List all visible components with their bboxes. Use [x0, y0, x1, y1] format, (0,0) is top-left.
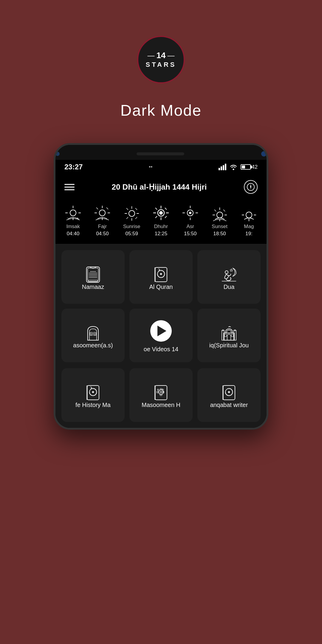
compass-button[interactable]: [244, 180, 258, 194]
svg-point-55: [246, 212, 252, 218]
app-logo: — 14 — STARS: [137, 36, 185, 83]
status-icons: 42: [219, 164, 258, 170]
svg-line-38: [165, 208, 167, 210]
prayer-name-imsak: Imsak: [66, 224, 80, 230]
svg-point-70: [160, 273, 162, 275]
prayer-item-sunrise: Sunrise 05:59: [117, 205, 146, 237]
manqabat-icon: [220, 384, 238, 402]
svg-line-22: [106, 208, 108, 209]
prayer-item-dhuhr: Dhuhr 12:25: [146, 205, 176, 237]
grid-label-quran: Al Quran: [149, 284, 173, 290]
status-bar: 23:27 •• 42: [55, 160, 267, 174]
svg-point-9: [70, 210, 76, 216]
prayer-time-sunrise: 05:59: [125, 231, 138, 237]
masoomeen-h-icon: [152, 384, 170, 402]
prayer-time-dhuhr: 12:25: [155, 231, 168, 237]
svg-rect-89: [160, 388, 162, 390]
svg-rect-0: [219, 168, 220, 170]
prayer-name-asr: Asr: [187, 224, 194, 230]
main-grid: Namaaz Al Quran: [55, 244, 267, 368]
svg-rect-90: [160, 394, 162, 396]
svg-point-4: [233, 169, 234, 170]
play-button[interactable]: [150, 320, 172, 342]
grid-item-life-history[interactable]: fe History Ma: [61, 368, 125, 422]
svg-marker-71: [230, 269, 233, 272]
imsak-icon: [64, 205, 82, 222]
logo-stars-text: STARS: [146, 61, 177, 69]
status-time: 23:27: [64, 163, 83, 171]
grid-item-quran[interactable]: Al Quran: [129, 250, 193, 304]
grid-label-masoomeen: asoomeen(a.s): [73, 342, 113, 349]
prayer-time-fajr: 04:50: [96, 231, 109, 237]
prayer-name-fajr: Fajr: [98, 224, 107, 230]
svg-line-40: [165, 216, 167, 218]
signal-icon: [219, 164, 226, 170]
grid-item-videos[interactable]: oe Videos 14: [129, 309, 193, 362]
grid-item-namaaz[interactable]: Namaaz: [61, 250, 125, 304]
svg-rect-79: [225, 334, 227, 337]
grid-label-spiritual: iq(Spiritual Jou: [209, 342, 249, 349]
svg-line-21: [96, 208, 98, 209]
prayer-time-asr: 15:50: [184, 231, 197, 237]
svg-rect-3: [225, 164, 226, 170]
grid-label-videos: oe Videos 14: [144, 346, 178, 353]
camera-dot-right: [261, 151, 267, 157]
svg-rect-80: [231, 334, 233, 337]
compass-icon: [247, 183, 255, 191]
hamburger-menu[interactable]: [64, 184, 75, 190]
prayer-item-asr: Asr 15:50: [176, 205, 205, 237]
dua-icon: [220, 266, 238, 284]
battery-percent: 42: [252, 164, 258, 170]
svg-line-53: [223, 210, 225, 211]
maghrib-icon: [240, 205, 258, 222]
namaaz-icon: [84, 266, 102, 284]
play-triangle-icon: [157, 326, 166, 336]
wifi-icon: [229, 164, 238, 170]
sunrise-icon: [123, 205, 141, 222]
status-dots: ••: [149, 164, 153, 170]
sunset-icon: [211, 205, 229, 222]
prayer-item-sunset: Sunset 18:50: [205, 205, 234, 237]
svg-point-47: [189, 212, 191, 214]
fajr-icon: [93, 205, 111, 222]
svg-line-39: [155, 216, 157, 218]
grid-bottom: fe History Ma Masoomeen H: [55, 368, 267, 428]
grid-item-masoomeen[interactable]: asoomeen(a.s): [61, 309, 125, 362]
camera-dot-left: [55, 152, 60, 156]
svg-point-23: [129, 210, 135, 216]
logo-number: 14: [156, 51, 165, 60]
svg-point-8: [250, 186, 251, 188]
grid-item-masoomeen-h[interactable]: Masoomeen H: [129, 368, 193, 422]
phone-notch: [55, 145, 267, 160]
grid-label-life-history: fe History Ma: [75, 402, 111, 408]
spiritual-icon: [220, 324, 238, 342]
battery-icon: 42: [241, 164, 258, 170]
grid-item-manqabat[interactable]: anqabat writer: [197, 368, 261, 422]
prayer-times-row: Imsak 04:40 Fajr 04:50: [55, 200, 267, 244]
grid-label-manqabat: anqabat writer: [210, 402, 248, 408]
grid-label-masoomeen-h: Masoomeen H: [142, 402, 180, 408]
svg-line-29: [135, 208, 137, 210]
speaker-bar: [137, 152, 184, 155]
grid-label-dua: Dua: [224, 284, 235, 290]
grid-item-spiritual[interactable]: iq(Spiritual Jou: [197, 309, 261, 362]
svg-rect-92: [157, 391, 158, 393]
svg-point-72: [225, 271, 228, 274]
svg-rect-74: [90, 332, 92, 335]
svg-point-48: [217, 212, 223, 218]
asr-icon: [181, 205, 199, 222]
prayer-name-dhuhr: Dhuhr: [154, 224, 168, 230]
prayer-name-sunset: Sunset: [212, 224, 227, 230]
prayer-name-maghrib: Mag: [244, 224, 254, 230]
prayer-item-fajr: Fajr 04:50: [88, 205, 117, 237]
masoomeen-icon: [84, 324, 102, 342]
grid-item-dua[interactable]: Dua: [197, 250, 261, 304]
svg-line-28: [126, 208, 128, 210]
logo-number-row: — 14 —: [147, 51, 174, 60]
life-history-icon: [84, 384, 102, 402]
svg-rect-94: [157, 389, 159, 391]
svg-rect-75: [94, 332, 96, 335]
svg-line-52: [214, 210, 216, 211]
svg-point-16: [99, 210, 105, 216]
phone-mockup: 23:27 •• 42: [54, 143, 268, 430]
